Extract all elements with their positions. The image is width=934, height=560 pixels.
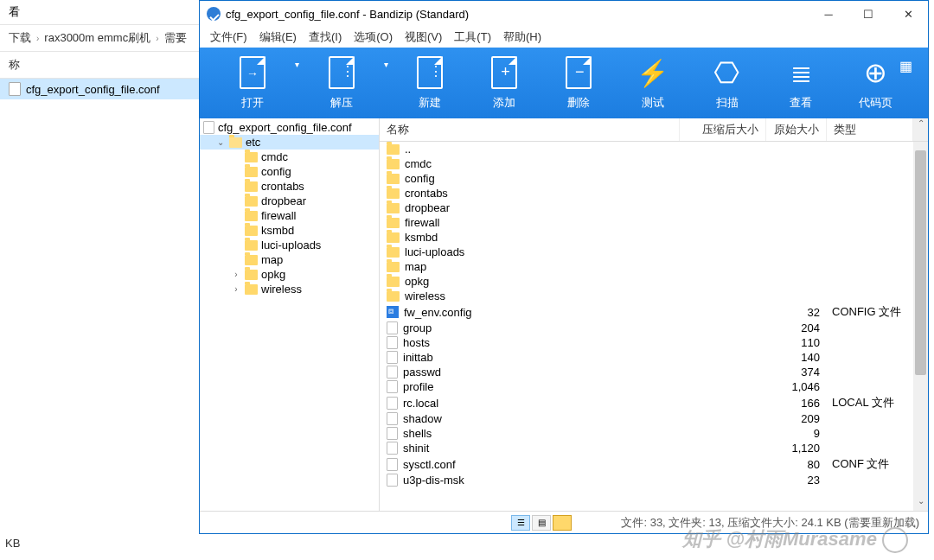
tree-folder[interactable]: ›wireless xyxy=(200,282,379,296)
breadcrumb-item[interactable]: 需要 xyxy=(164,30,187,46)
open-dropdown[interactable]: ▾ xyxy=(290,60,304,69)
add-button[interactable]: 添加 xyxy=(467,55,541,111)
menu-edit[interactable]: 编辑(E) xyxy=(254,28,302,47)
menu-options[interactable]: 选项(O) xyxy=(349,28,398,47)
folder-icon xyxy=(387,232,400,243)
breadcrumb-item[interactable]: rax3000m emmc刷机 xyxy=(44,30,150,46)
list-item[interactable]: inittab140 xyxy=(380,350,928,365)
folder-icon xyxy=(387,144,400,155)
list-item[interactable]: map xyxy=(380,259,928,274)
list-item[interactable]: .. xyxy=(380,142,928,156)
expand-icon[interactable]: › xyxy=(231,270,241,279)
tree-folder[interactable]: map xyxy=(200,252,379,267)
folder-icon xyxy=(245,255,258,265)
scroll-up-icon[interactable]: ⌃ xyxy=(913,118,928,141)
tree-folder[interactable]: crontabs xyxy=(200,179,379,194)
open-icon xyxy=(240,56,265,89)
list-item[interactable]: shinit1,120 xyxy=(380,441,928,455)
vscode-icon xyxy=(387,306,399,318)
view-details-button[interactable]: ☰ xyxy=(511,515,530,531)
scan-button[interactable]: 扫描 xyxy=(690,55,764,111)
list-item[interactable]: shells9 xyxy=(380,426,928,441)
maximize-button[interactable]: ☐ xyxy=(848,1,888,27)
col-original[interactable]: 原始大小 xyxy=(766,118,827,141)
list-body[interactable]: ..cmdcconfigcrontabsdropbearfirewallksmb… xyxy=(380,142,928,511)
list-item[interactable]: config xyxy=(380,171,928,186)
grid-icon[interactable]: ▦ xyxy=(899,58,912,74)
scrollbar[interactable]: ⌄ xyxy=(913,142,928,511)
extract-dropdown[interactable]: ▾ xyxy=(379,60,393,69)
open-button[interactable]: 打开 xyxy=(215,55,290,111)
explorer-file-item[interactable]: cfg_export_config_file.conf xyxy=(0,79,199,99)
delete-button[interactable]: 删除 xyxy=(541,55,616,111)
list-item[interactable]: profile1,046 xyxy=(380,379,928,394)
minimize-button[interactable]: ─ xyxy=(809,1,848,27)
list-item[interactable]: ksmbd xyxy=(380,230,928,245)
list-item[interactable]: luci-uploads xyxy=(380,245,928,259)
view-button[interactable]: 查看 xyxy=(764,55,838,111)
file-icon xyxy=(387,427,398,440)
breadcrumb-item[interactable]: 下载 xyxy=(9,30,31,46)
list-item[interactable]: hosts110 xyxy=(380,335,928,350)
menu-tools[interactable]: 工具(T) xyxy=(449,28,496,47)
file-list-pane: 名称 压缩后大小 原始大小 类型 ⌃ ..cmdcconfigcrontabsd… xyxy=(380,118,928,511)
tree-folder[interactable]: ksmbd xyxy=(200,223,379,238)
menu-find[interactable]: 查找(I) xyxy=(304,28,347,47)
list-item[interactable]: sysctl.conf80CONF 文件 xyxy=(380,455,928,473)
folder-icon xyxy=(245,181,258,192)
list-item[interactable]: cmdc xyxy=(380,156,928,171)
view-list-button[interactable]: ▤ xyxy=(532,515,551,531)
tree-pane[interactable]: cfg_export_config_file.conf ⌄ etc cmdcco… xyxy=(200,118,380,511)
col-type[interactable]: 类型 xyxy=(827,118,913,141)
file-icon xyxy=(387,321,398,334)
list-item[interactable]: passwd374 xyxy=(380,365,928,379)
scrollbar-thumb[interactable] xyxy=(915,150,926,375)
list-item[interactable]: rc.local166LOCAL 文件 xyxy=(380,394,928,411)
tree-folder[interactable]: firewall xyxy=(200,208,379,223)
toolbar: 打开 ▾ 解压 ▾ 新建 添加 删除 测试 扫描 查看 xyxy=(200,48,928,118)
view-icons-button[interactable] xyxy=(553,515,572,531)
list-item[interactable]: firewall xyxy=(380,215,928,230)
list-item[interactable]: u3p-dis-msk23 xyxy=(380,473,928,487)
titlebar[interactable]: cfg_export_config_file.conf - Bandizip (… xyxy=(200,1,928,27)
file-icon xyxy=(387,351,398,364)
explorer-column-header[interactable]: 称 xyxy=(0,52,199,79)
breadcrumb[interactable]: 下载 › rax3000m emmc刷机 › 需要 xyxy=(0,25,199,52)
tree-folder[interactable]: luci-uploads xyxy=(200,238,379,252)
shield-icon xyxy=(712,55,743,90)
folder-icon xyxy=(387,247,400,258)
list-item[interactable]: fw_env.config32CONFIG 文件 xyxy=(380,303,928,321)
list-item[interactable]: dropbear xyxy=(380,200,928,215)
tree-folder[interactable]: config xyxy=(200,164,379,179)
close-button[interactable]: ✕ xyxy=(888,1,928,27)
explorer-view-label[interactable]: 看 xyxy=(0,0,199,25)
tree-root[interactable]: cfg_export_config_file.conf xyxy=(200,120,379,135)
extract-button[interactable]: 解压 xyxy=(304,55,379,111)
collapse-icon[interactable]: ⌄ xyxy=(215,137,226,147)
tree-folder-etc[interactable]: ⌄ etc xyxy=(200,135,379,150)
tree-folder[interactable]: ›opkg xyxy=(200,267,379,282)
tree-folder[interactable]: dropbear xyxy=(200,194,379,208)
file-icon xyxy=(203,121,214,134)
list-item[interactable]: shadow209 xyxy=(380,411,928,426)
col-name[interactable]: 名称 xyxy=(380,118,680,141)
list-item[interactable]: crontabs xyxy=(380,186,928,200)
folder-icon xyxy=(245,270,258,280)
scroll-down-icon[interactable]: ⌄ xyxy=(913,496,928,511)
folder-icon xyxy=(387,262,400,272)
new-button[interactable]: 新建 xyxy=(393,55,468,111)
globe-icon xyxy=(860,55,891,90)
menu-file[interactable]: 文件(F) xyxy=(205,28,253,47)
list-item[interactable]: opkg xyxy=(380,274,928,289)
col-compressed[interactable]: 压缩后大小 xyxy=(680,118,766,141)
file-icon xyxy=(387,380,398,393)
menu-help[interactable]: 帮助(H) xyxy=(498,28,547,47)
menu-view[interactable]: 视图(V) xyxy=(400,28,447,47)
list-header: 名称 压缩后大小 原始大小 类型 ⌃ xyxy=(380,118,928,142)
tree-folder[interactable]: cmdc xyxy=(200,150,379,164)
list-item[interactable]: group204 xyxy=(380,321,928,335)
window-title: cfg_export_config_file.conf - Bandizip (… xyxy=(226,8,469,21)
list-item[interactable]: wireless xyxy=(380,289,928,303)
test-button[interactable]: 测试 xyxy=(616,55,690,111)
expand-icon[interactable]: › xyxy=(231,284,241,294)
